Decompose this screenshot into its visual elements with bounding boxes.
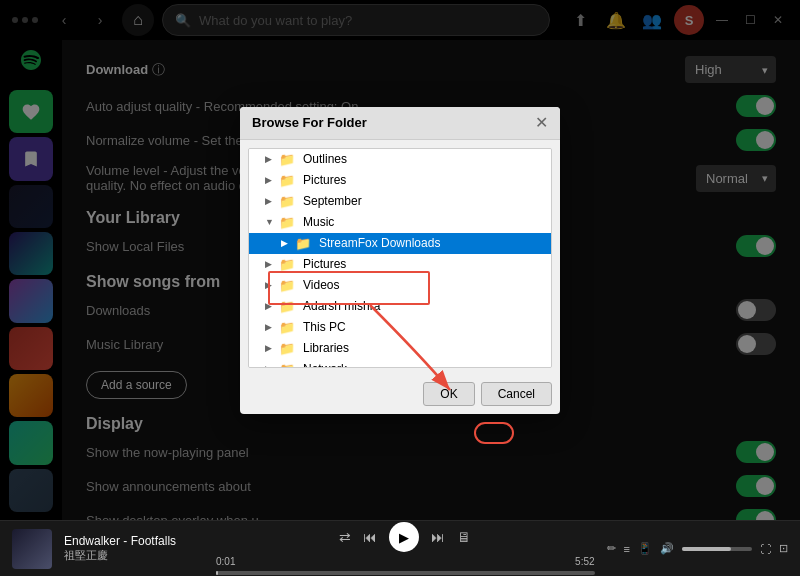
folder-icon-music: 📁 (279, 215, 295, 230)
expand-arrow-thispc: ▶ (265, 322, 275, 332)
tree-item-libraries[interactable]: ▶📁Libraries (249, 338, 551, 359)
miniplayer-button[interactable]: ⊡ (779, 542, 788, 555)
dialog-body: ▶📁Outlines▶📁Pictures▶📁September▼📁Music▶📁… (240, 140, 560, 376)
dialog-footer: OK Cancel (240, 376, 560, 414)
time-labels: 0:01 5:52 (216, 556, 595, 567)
expand-arrow-outlines: ▶ (265, 154, 275, 164)
dialog-title: Browse For Folder (252, 115, 367, 130)
folder-icon-videos: 📁 (279, 278, 295, 293)
device-button[interactable]: 🖥 (457, 529, 471, 545)
volume-fill (682, 547, 731, 551)
expand-arrow-adarsh: ▶ (265, 301, 275, 311)
tree-item-september[interactable]: ▶📁September (249, 191, 551, 212)
tree-label-pictures2: Pictures (303, 257, 346, 271)
tree-label-network: Network (303, 362, 347, 368)
player-right-controls: ✏ ≡ 📱 🔊 ⛶ ⊡ (607, 542, 788, 555)
player-info: Endwalker - Footfalls 祖堅正慶 (64, 534, 204, 563)
tree-label-music: Music (303, 215, 334, 229)
volume-icon[interactable]: 🔊 (660, 542, 674, 555)
folder-icon-adarsh: 📁 (279, 299, 295, 314)
folder-icon-outlines: 📁 (279, 152, 295, 167)
expand-arrow-pictures: ▶ (265, 175, 275, 185)
dialog-ok-button[interactable]: OK (423, 382, 474, 406)
player-artist: 祖堅正慶 (64, 548, 204, 563)
expand-arrow-network: ▶ (265, 364, 275, 368)
tree-label-streamfox: StreamFox Downloads (319, 236, 440, 250)
tree-label-thispc: This PC (303, 320, 346, 334)
lyrics-button[interactable]: ✏ (607, 542, 616, 555)
dialog-cancel-button[interactable]: Cancel (481, 382, 552, 406)
player-controls: ⇄ ⏮ ▶ ⏭ 🖥 0:01 5:52 (216, 522, 595, 575)
tree-item-music[interactable]: ▼📁Music (249, 212, 551, 233)
tree-item-network[interactable]: ▶📁Network (249, 359, 551, 368)
expand-arrow-videos: ▶ (265, 280, 275, 290)
folder-tree[interactable]: ▶📁Outlines▶📁Pictures▶📁September▼📁Music▶📁… (248, 148, 552, 368)
tree-item-pictures2[interactable]: ▶📁Pictures (249, 254, 551, 275)
time-current: 0:01 (216, 556, 235, 567)
dialog-close-button[interactable]: ✕ (535, 115, 548, 131)
prev-button[interactable]: ⏮ (363, 529, 377, 545)
expand-arrow-pictures2: ▶ (265, 259, 275, 269)
shuffle-button[interactable]: ⇄ (339, 529, 351, 545)
dialog-overlay: Browse For Folder ✕ ▶📁Outlines▶📁Pictures… (0, 0, 800, 520)
expand-arrow-streamfox: ▶ (281, 238, 291, 248)
player-buttons: ⇄ ⏮ ▶ ⏭ 🖥 (339, 522, 471, 552)
expand-arrow-libraries: ▶ (265, 343, 275, 353)
tree-label-videos: Videos (303, 278, 339, 292)
tree-item-pictures[interactable]: ▶📁Pictures (249, 170, 551, 191)
folder-icon-september: 📁 (279, 194, 295, 209)
player-bar: Endwalker - Footfalls 祖堅正慶 ⇄ ⏮ ▶ ⏭ 🖥 0:0… (0, 520, 800, 576)
tree-item-videos[interactable]: ▶📁Videos (249, 275, 551, 296)
expand-arrow-music: ▼ (265, 217, 275, 227)
folder-icon-network: 📁 (279, 362, 295, 368)
progress-fill (216, 571, 218, 575)
player-album-art (12, 529, 52, 569)
expand-arrow-september: ▶ (265, 196, 275, 206)
tree-item-outlines[interactable]: ▶📁Outlines (249, 149, 551, 170)
browse-folder-dialog: Browse For Folder ✕ ▶📁Outlines▶📁Pictures… (240, 107, 560, 414)
connect-button[interactable]: 📱 (638, 542, 652, 555)
folder-icon-libraries: 📁 (279, 341, 295, 356)
progress-bar[interactable] (216, 571, 595, 575)
play-pause-button[interactable]: ▶ (389, 522, 419, 552)
time-total: 5:52 (575, 556, 594, 567)
folder-icon-thispc: 📁 (279, 320, 295, 335)
tree-item-adarsh[interactable]: ▶📁Adarsh mishra (249, 296, 551, 317)
tree-item-streamfox[interactable]: ▶📁StreamFox Downloads (249, 233, 551, 254)
tree-label-pictures: Pictures (303, 173, 346, 187)
folder-icon-pictures2: 📁 (279, 257, 295, 272)
fullscreen-button[interactable]: ⛶ (760, 543, 771, 555)
tree-item-thispc[interactable]: ▶📁This PC (249, 317, 551, 338)
next-button[interactable]: ⏭ (431, 529, 445, 545)
tree-label-adarsh: Adarsh mishra (303, 299, 380, 313)
tree-label-libraries: Libraries (303, 341, 349, 355)
player-title: Endwalker - Footfalls (64, 534, 204, 548)
tree-label-september: September (303, 194, 362, 208)
queue-button[interactable]: ≡ (624, 543, 630, 555)
dialog-header: Browse For Folder ✕ (240, 107, 560, 140)
volume-bar[interactable] (682, 547, 752, 551)
folder-icon-streamfox: 📁 (295, 236, 311, 251)
folder-icon-pictures: 📁 (279, 173, 295, 188)
tree-label-outlines: Outlines (303, 152, 347, 166)
